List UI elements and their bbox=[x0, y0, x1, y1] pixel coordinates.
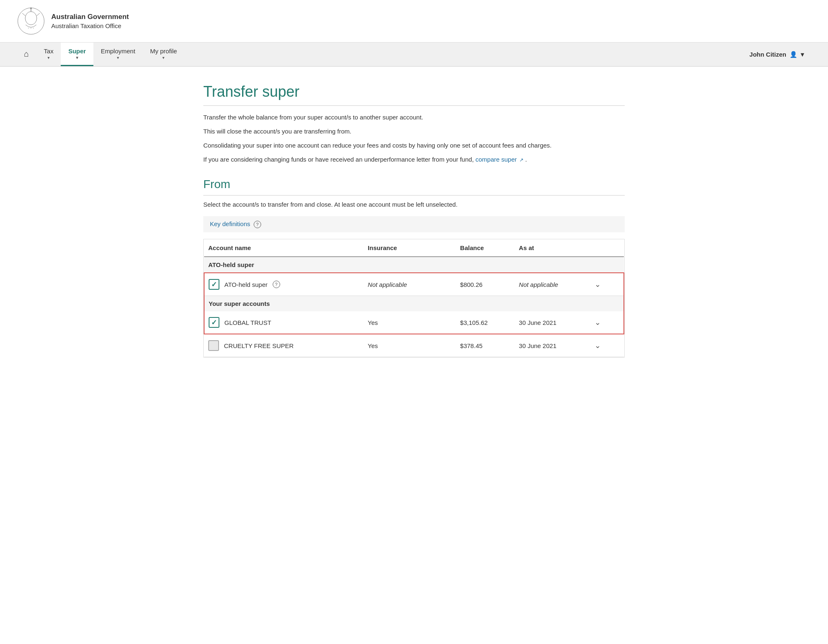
col-expand bbox=[590, 239, 624, 257]
nav-item-tax[interactable]: Tax ▾ bbox=[36, 43, 61, 66]
row-expand-icon[interactable]: ⌄ bbox=[595, 341, 601, 350]
nav-bar: ⌂ Tax ▾ Super ▾ Employment ▾ My profile … bbox=[0, 43, 828, 67]
key-definitions-bar: Key definitions ? bbox=[203, 216, 625, 232]
nav-employment-chevron: ▾ bbox=[117, 55, 119, 60]
from-section-title: From bbox=[203, 178, 625, 196]
col-insurance: Insurance bbox=[364, 239, 456, 257]
nav-myprofile-label: My profile bbox=[150, 48, 177, 55]
svg-point-1 bbox=[25, 12, 37, 25]
account-checkbox-global-trust[interactable] bbox=[209, 317, 219, 328]
ato-help-icon[interactable]: ? bbox=[273, 281, 280, 288]
table-body: ATO-held super ATO-held super ? bbox=[204, 257, 624, 357]
row-expand-icon[interactable]: ⌄ bbox=[595, 318, 601, 327]
svg-point-0 bbox=[18, 8, 44, 34]
from-section-desc: Select the account/s to transfer from an… bbox=[203, 200, 625, 210]
key-definitions-link[interactable]: Key definitions bbox=[210, 220, 252, 227]
insurance-cell: Yes bbox=[364, 334, 456, 357]
insurance-cell: Yes bbox=[364, 311, 456, 334]
group-header-ato: ATO-held super bbox=[204, 257, 624, 273]
accounts-table: Account name Insurance Balance As at ATO… bbox=[204, 239, 624, 357]
as-at-cell: 30 June 2021 bbox=[515, 311, 590, 334]
nav-tax-chevron: ▾ bbox=[48, 55, 50, 60]
page-title: Transfer super bbox=[203, 83, 625, 106]
accounts-table-wrapper: Account name Insurance Balance As at ATO… bbox=[203, 239, 625, 358]
table-header: Account name Insurance Balance As at bbox=[204, 239, 624, 257]
nav-super-label: Super bbox=[68, 48, 86, 55]
expand-cell[interactable]: ⌄ bbox=[590, 311, 624, 334]
insurance-cell: Not applicable bbox=[364, 273, 456, 296]
nav-user-chevron: ▾ bbox=[801, 51, 804, 58]
nav-home-button[interactable]: ⌂ bbox=[17, 43, 36, 66]
ato-name: Australian Taxation Office bbox=[51, 21, 129, 30]
svg-text:⋆ ⋆ ⋆: ⋆ ⋆ ⋆ bbox=[28, 27, 34, 29]
nav-super-chevron: ▾ bbox=[76, 55, 78, 60]
intro-text-1: Transfer the whole balance from your sup… bbox=[203, 112, 625, 122]
compare-super-link[interactable]: compare super ↗ bbox=[476, 156, 525, 163]
logo-area: ⋆ ⋆ ⋆ Australian Government Australian T… bbox=[17, 7, 129, 36]
balance-cell: $378.45 bbox=[456, 334, 515, 357]
intro-text-4: If you are considering changing funds or… bbox=[203, 155, 625, 165]
external-link-icon: ↗ bbox=[519, 156, 523, 164]
row-expand-icon[interactable]: ⌄ bbox=[595, 280, 601, 289]
expand-cell[interactable]: ⌄ bbox=[590, 273, 624, 296]
svg-line-4 bbox=[22, 13, 25, 16]
svg-point-3 bbox=[30, 7, 32, 9]
nav-item-myprofile[interactable]: My profile ▾ bbox=[143, 43, 184, 66]
expand-cell[interactable]: ⌄ bbox=[590, 334, 624, 357]
key-defs-help-icon[interactable]: ? bbox=[254, 221, 261, 228]
account-checkbox-cruelty-free[interactable] bbox=[208, 340, 219, 351]
balance-cell: $800.26 bbox=[456, 273, 515, 296]
nav-myprofile-chevron: ▾ bbox=[162, 55, 164, 60]
table-row: CRUELTY FREE SUPER Yes $378.45 30 June 2… bbox=[204, 334, 624, 357]
intro-text-3: Consolidating your super into one accoun… bbox=[203, 141, 625, 150]
gov-name: Australian Government bbox=[51, 12, 129, 22]
nav-tax-label: Tax bbox=[44, 48, 53, 55]
logo-text: Australian Government Australian Taxatio… bbox=[51, 12, 129, 31]
account-name-cell: GLOBAL TRUST bbox=[204, 311, 364, 334]
intro-text-2: This will close the account/s you are tr… bbox=[203, 126, 625, 136]
balance-cell: $3,105.62 bbox=[456, 311, 515, 334]
group-header-your-super: Your super accounts bbox=[204, 296, 624, 312]
nav-item-super[interactable]: Super ▾ bbox=[61, 43, 93, 66]
page-header: ⋆ ⋆ ⋆ Australian Government Australian T… bbox=[0, 0, 828, 43]
nav-item-employment[interactable]: Employment ▾ bbox=[93, 43, 143, 66]
account-checkbox-ato[interactable] bbox=[209, 279, 219, 290]
table-row: GLOBAL TRUST Yes $3,105.62 30 June 2021 … bbox=[204, 311, 624, 334]
nav-employment-label: Employment bbox=[101, 48, 135, 55]
main-content: Transfer super Transfer the whole balanc… bbox=[187, 67, 641, 374]
nav-user-menu[interactable]: John Citizen 👤 ▾ bbox=[742, 43, 811, 66]
as-at-cell: 30 June 2021 bbox=[515, 334, 590, 357]
table-row: ATO-held super ? Not applicable $800.26 … bbox=[204, 273, 624, 296]
home-icon: ⌂ bbox=[24, 49, 29, 59]
col-as-at: As at bbox=[515, 239, 590, 257]
col-balance: Balance bbox=[456, 239, 515, 257]
account-name-cell: ATO-held super ? bbox=[204, 273, 364, 296]
ato-crest-icon: ⋆ ⋆ ⋆ bbox=[17, 7, 45, 36]
nav-user-name: John Citizen bbox=[749, 51, 786, 58]
svg-line-5 bbox=[37, 13, 40, 16]
user-icon: 👤 bbox=[790, 51, 797, 58]
account-name-cell: CRUELTY FREE SUPER bbox=[204, 334, 364, 357]
col-account-name: Account name bbox=[204, 239, 364, 257]
as-at-cell: Not applicable bbox=[515, 273, 590, 296]
